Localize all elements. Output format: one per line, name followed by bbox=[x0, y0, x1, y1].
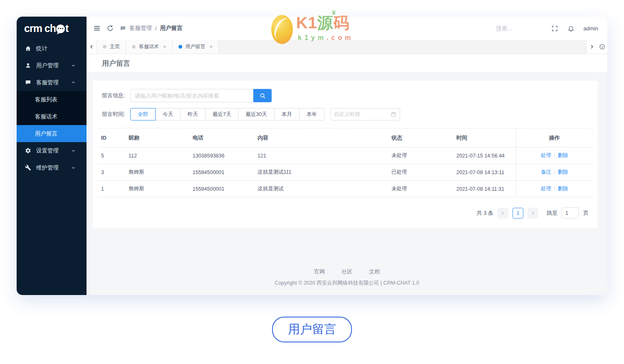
action-separator: | bbox=[554, 152, 555, 158]
time-filter-month[interactable]: 本月 bbox=[275, 108, 300, 121]
col-content: 内容 bbox=[254, 128, 388, 148]
footer-link-community[interactable]: 社区 bbox=[342, 268, 352, 275]
action-delete-link[interactable]: 删除 bbox=[557, 186, 568, 192]
app-window: crm cht 统计 用户管理 客服管理 客服列表 客服话术 用户留言 bbox=[17, 17, 607, 295]
tab-label: 主页 bbox=[110, 43, 120, 50]
time-filter-30days[interactable]: 最近30天 bbox=[238, 108, 274, 121]
sidebar: crm cht 统计 用户管理 客服管理 客服列表 客服话术 用户留言 bbox=[17, 17, 87, 295]
wrench-icon bbox=[25, 165, 31, 171]
action-primary-link[interactable]: 处理 bbox=[541, 152, 551, 158]
app-logo: crm cht bbox=[17, 17, 87, 40]
breadcrumb-separator: / bbox=[155, 25, 157, 32]
fullscreen-icon[interactable] bbox=[551, 25, 558, 32]
custom-date-picker[interactable] bbox=[330, 108, 400, 121]
cell-status: 已处理 bbox=[388, 164, 453, 181]
sidebar-item-label: 设置管理 bbox=[36, 147, 59, 155]
tabs-scroll-right-button[interactable] bbox=[586, 40, 597, 54]
sidebar-item-service-list[interactable]: 客服列表 bbox=[17, 91, 87, 108]
chat-icon bbox=[25, 79, 31, 86]
content-area: 用户留言 留言信息: 留言时间: 全部 今天 bbox=[87, 54, 607, 295]
chevron-down-icon bbox=[71, 148, 76, 153]
cell-actions: 处理|删除 bbox=[516, 148, 593, 164]
tab-user-messages[interactable]: 用户留言 × bbox=[173, 40, 219, 54]
chevron-left-icon bbox=[501, 211, 505, 215]
action-primary-link[interactable]: 处理 bbox=[541, 186, 551, 192]
username[interactable]: admin bbox=[584, 25, 598, 32]
hamburger-menu-icon[interactable] bbox=[93, 25, 101, 32]
sidebar-submenu: 客服列表 客服话术 用户留言 bbox=[17, 91, 87, 142]
sidebar-item-users[interactable]: 用户管理 bbox=[17, 57, 87, 74]
pagination-page-1[interactable]: 1 bbox=[513, 208, 523, 219]
topbar-right: admin bbox=[496, 25, 598, 32]
topbar: 客服管理 / 用户留言 admin bbox=[87, 17, 607, 40]
cell-phone: 13038593836 bbox=[189, 148, 254, 164]
message-search-input[interactable] bbox=[130, 89, 253, 102]
logo-text-right: t bbox=[65, 22, 68, 34]
cell-id: 1 bbox=[98, 181, 125, 197]
action-separator: | bbox=[554, 169, 555, 175]
chevron-down-icon bbox=[71, 63, 76, 68]
time-filter-yesterday[interactable]: 昨天 bbox=[181, 108, 206, 121]
sidebar-item-label: 统计 bbox=[36, 45, 47, 52]
action-primary-link[interactable]: 备注 bbox=[541, 169, 551, 175]
action-delete-link[interactable]: 删除 bbox=[557, 169, 568, 175]
sidebar-item-label: 维护管理 bbox=[36, 164, 59, 172]
table-body: 5 112 13038593836 121 未处理 2021-07-15 14:… bbox=[98, 148, 593, 197]
action-delete-link[interactable]: 删除 bbox=[557, 152, 568, 158]
pagination-page-suffix: 页 bbox=[583, 209, 589, 217]
footer-links: 官网 社区 文档 bbox=[87, 268, 607, 275]
time-filter-year[interactable]: 本年 bbox=[300, 108, 324, 121]
pagination-prev-button[interactable] bbox=[498, 208, 508, 219]
refresh-icon[interactable] bbox=[106, 25, 114, 32]
tab-service-scripts[interactable]: 客服话术 × bbox=[126, 40, 173, 54]
footer-link-official[interactable]: 官网 bbox=[314, 268, 325, 275]
cell-id: 5 bbox=[98, 148, 125, 164]
crown-icon: ♛ bbox=[331, 10, 337, 15]
chevron-up-icon bbox=[71, 80, 76, 85]
cell-time: 2021-07-08 14:13:11 bbox=[453, 164, 516, 181]
time-filter-all[interactable]: 全部 bbox=[130, 108, 156, 121]
cell-nickname: 詹姆斯 bbox=[125, 164, 189, 181]
tab-close-icon[interactable]: × bbox=[163, 44, 166, 50]
page-title: 用户留言 bbox=[102, 59, 130, 68]
chevron-left-icon bbox=[89, 44, 94, 49]
tabs-scroll-left-button[interactable] bbox=[87, 40, 97, 54]
chevron-right-icon bbox=[589, 44, 594, 49]
message-info-row: 留言信息: bbox=[102, 89, 593, 102]
table-row: 3 詹姆斯 15594500001 这就是测试111 已处理 2021-07-0… bbox=[98, 164, 593, 181]
time-filter-group: 全部 今天 昨天 最近7天 最近30天 本月 本年 bbox=[130, 108, 324, 121]
search-button[interactable] bbox=[253, 89, 272, 102]
tab-home[interactable]: 主页 bbox=[97, 40, 126, 54]
pagination: 共 3 条 1 跳至 页 bbox=[98, 207, 589, 219]
cell-content: 121 bbox=[254, 148, 388, 164]
bell-icon[interactable] bbox=[567, 25, 574, 32]
sidebar-item-label: 客服话术 bbox=[35, 113, 57, 121]
cell-actions: 备注|删除 bbox=[516, 164, 593, 181]
sidebar-item-label: 客服列表 bbox=[35, 96, 57, 103]
custom-date-input[interactable] bbox=[334, 111, 391, 117]
time-filter-today[interactable]: 今天 bbox=[156, 108, 181, 121]
global-search-input[interactable] bbox=[496, 25, 542, 32]
sidebar-item-stats[interactable]: 统计 bbox=[17, 40, 87, 57]
calendar-icon bbox=[391, 111, 396, 117]
logo-text-left: crm ch bbox=[24, 22, 56, 34]
pagination-next-button[interactable] bbox=[527, 208, 538, 219]
cell-nickname: 詹姆斯 bbox=[125, 181, 189, 197]
message-search-group bbox=[130, 89, 272, 102]
sidebar-item-settings[interactable]: 设置管理 bbox=[17, 142, 87, 159]
breadcrumb-section[interactable]: 客服管理 bbox=[129, 25, 152, 32]
footer-link-docs[interactable]: 文档 bbox=[369, 268, 380, 275]
breadcrumb-current: 用户留言 bbox=[160, 25, 183, 32]
tab-options-button[interactable] bbox=[597, 40, 607, 54]
tab-close-icon[interactable]: × bbox=[210, 44, 213, 50]
message-time-label: 留言时间: bbox=[102, 111, 130, 118]
message-info-label: 留言信息: bbox=[102, 92, 130, 99]
pagination-jump-input[interactable] bbox=[562, 207, 579, 219]
sidebar-item-user-messages[interactable]: 用户留言 bbox=[17, 125, 87, 142]
home-icon bbox=[25, 45, 31, 52]
time-filter-7days[interactable]: 最近7天 bbox=[206, 108, 238, 121]
sidebar-item-maintenance[interactable]: 维护管理 bbox=[17, 159, 87, 176]
col-actions: 操作 bbox=[516, 128, 593, 148]
sidebar-item-service[interactable]: 客服管理 bbox=[17, 74, 87, 91]
sidebar-item-service-scripts[interactable]: 客服话术 bbox=[17, 108, 87, 125]
